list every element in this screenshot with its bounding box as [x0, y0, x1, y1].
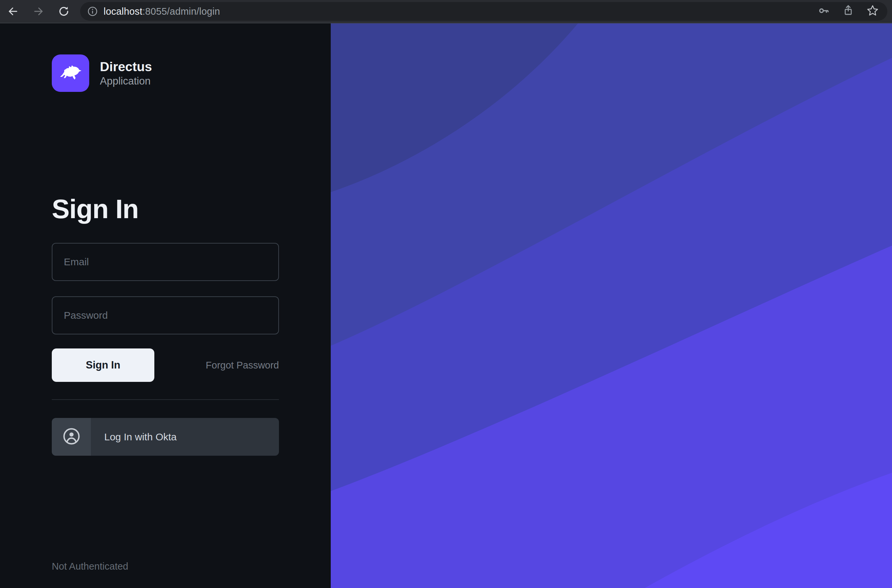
browser-toolbar: localhost:8055/admin/login — [0, 0, 892, 23]
address-bar-actions — [818, 4, 879, 19]
divider — [52, 399, 279, 400]
okta-login-label: Log In with Okta — [104, 431, 177, 442]
okta-login-button[interactable]: Log In with Okta — [52, 418, 279, 456]
login-panel: Directus Application Sign In Sign In For… — [0, 23, 331, 588]
forward-icon — [32, 5, 45, 17]
auth-status: Not Authenticated — [52, 561, 128, 572]
account-circle-icon — [62, 427, 81, 447]
address-bar[interactable]: localhost:8055/admin/login — [80, 2, 888, 21]
site-info-icon[interactable] — [87, 6, 98, 17]
back-button[interactable] — [5, 4, 21, 19]
decorative-art-panel — [331, 23, 892, 588]
okta-icon-cell — [52, 418, 91, 456]
directus-rabbit-logo — [52, 54, 89, 92]
brand-subtitle: Application — [100, 76, 152, 86]
brand-text: Directus Application — [100, 60, 152, 86]
key-icon[interactable] — [818, 4, 831, 18]
sign-in-button[interactable]: Sign In — [52, 348, 154, 382]
browser-nav-buttons — [0, 4, 80, 19]
email-field[interactable] — [52, 243, 279, 281]
reload-icon — [57, 5, 70, 18]
back-icon — [7, 5, 19, 17]
url-host: localhost — [103, 6, 142, 17]
action-row: Sign In Forgot Password — [52, 348, 279, 382]
share-icon[interactable] — [842, 4, 855, 18]
password-field[interactable] — [52, 296, 279, 334]
reload-button[interactable] — [56, 4, 72, 19]
login-page: Directus Application Sign In Sign In For… — [0, 23, 892, 588]
forgot-password-link[interactable]: Forgot Password — [206, 360, 279, 371]
aurora-bands-graphic — [331, 23, 892, 588]
bookmark-star-icon[interactable] — [866, 4, 879, 19]
brand-header: Directus Application — [52, 54, 152, 92]
url-text: localhost:8055/admin/login — [103, 6, 220, 17]
forward-button[interactable] — [31, 4, 46, 19]
url-path: :8055/admin/login — [142, 6, 220, 17]
brand-title: Directus — [100, 60, 152, 73]
page-title: Sign In — [52, 196, 139, 222]
